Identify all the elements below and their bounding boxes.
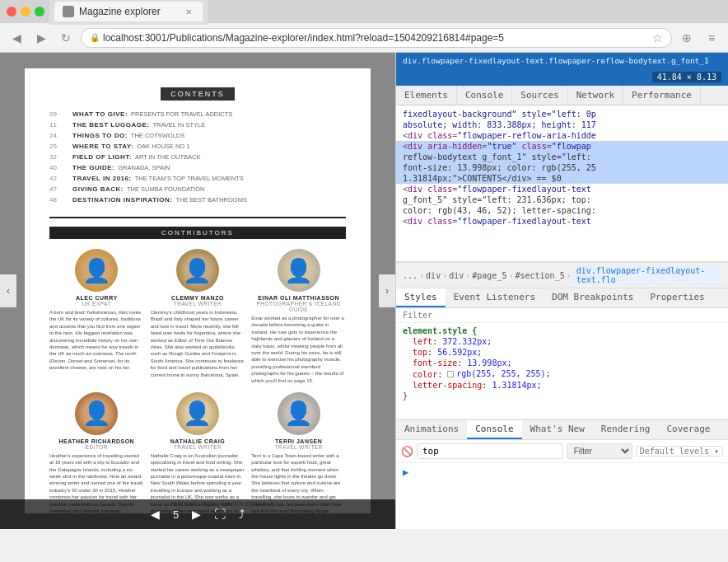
address-bar[interactable]: 🔒 localhost:3001/Publications/Magazine-e…: [81, 28, 672, 48]
tab-dom-breakpoints[interactable]: DOM Breakpoints: [544, 288, 642, 307]
console-arrow[interactable]: ▶: [403, 466, 408, 478]
style-val: 13.998px;: [467, 358, 511, 368]
forward-button[interactable]: ▶: [31, 28, 51, 48]
contributor-bio: Einar worked as a photographer for over …: [251, 315, 346, 384]
devtools-tabs: Elements Console Sources Network Perform…: [396, 86, 728, 105]
toc-item-3: 24 THINGS TO DO: THE COTSWOLDS: [49, 132, 346, 139]
next-page-button[interactable]: ›: [379, 274, 395, 307]
color-swatch-box[interactable]: [447, 371, 454, 377]
tab-animations[interactable]: Animations: [396, 420, 467, 439]
element-bar: div.flowpaper-fixedlayout-text.flowpaper…: [396, 53, 728, 86]
style-rule-top: top: 56.592px;: [403, 348, 721, 357]
back-button[interactable]: ◀: [7, 28, 26, 48]
console-filter-select[interactable]: Filter: [567, 443, 632, 459]
toc-item-4: 25 WHERE TO STAY: OAK HOUSE NO 1: [49, 143, 346, 150]
toc-title: DESTINATION INSPIRATION:: [72, 196, 172, 204]
style-val-color: rgb(255, 255, 255);: [447, 369, 550, 378]
tab-console[interactable]: Console: [457, 86, 512, 105]
browser-tab[interactable]: Magazine explorer ✕: [54, 2, 203, 21]
menu-button[interactable]: ≡: [702, 28, 721, 48]
filter-input[interactable]: [437, 311, 721, 320]
contributor-clemmy: CLEMMY MANZO TRAVEL WRITER Clemmy's chil…: [151, 249, 245, 384]
html-line-3: <div class="flowpaper-reflow-aria-hidde: [396, 130, 728, 141]
fullscreen-button[interactable]: ⛶: [214, 508, 226, 521]
prev-page-button[interactable]: ‹: [0, 274, 16, 307]
contributor-role: EDITOR: [49, 444, 144, 450]
contributor-role: TRAVEL WRITER: [151, 301, 245, 307]
style-pane: element.style { left: 372.332px; top: 56…: [396, 323, 728, 419]
toc-title: WHERE TO STAY:: [72, 143, 133, 150]
bc-div-1[interactable]: div: [426, 271, 441, 280]
bc-div-2[interactable]: div: [449, 271, 464, 280]
console-clear-icon[interactable]: 🚫: [401, 446, 413, 457]
tab-console-bottom[interactable]: Console: [467, 420, 521, 439]
style-prop: left: [413, 337, 432, 346]
tab-rendering[interactable]: Rendering: [593, 420, 659, 439]
toc-num: 32: [49, 153, 72, 161]
scroll-left-button[interactable]: ◀: [151, 508, 160, 521]
toc-item-7: 42 TRAVEL IN 2016: THE TEAM'S TOP TRAVEL…: [49, 175, 346, 182]
tab-close-button[interactable]: ✕: [183, 6, 194, 17]
contents-header: CONTENTS: [49, 85, 346, 101]
contributor-name: HEATHER RICHARDSON: [49, 438, 144, 444]
style-val: 372.332px;: [442, 337, 492, 346]
title-bar: Magazine explorer ✕: [0, 0, 728, 23]
extensions-button[interactable]: ⊕: [677, 28, 697, 48]
bc-active-element[interactable]: div.flowpaper-fixedlayout-text.flo: [573, 265, 721, 285]
contributor-photo-terri: [278, 392, 320, 435]
contributor-heather: HEATHER RICHARDSON EDITOR Heather's expe…: [49, 392, 144, 513]
contributor-name: NATHALIE CRAIG: [151, 438, 245, 444]
html-line-highlighted-3: font-size: 13.998px; color: rgb(255, 25: [396, 162, 728, 173]
contributor-photo-heather: [75, 392, 118, 435]
toc-title: THE GUIDE:: [72, 164, 114, 171]
page-indicator: 5: [173, 508, 179, 521]
element-path: div.flowpaper-fixedlayout-text.flowpaper…: [403, 56, 709, 65]
toc-num: 42: [49, 175, 72, 182]
tab-title: Magazine explorer: [79, 6, 161, 17]
toc-title: WHAT TO GIVE:: [72, 110, 128, 118]
style-selector: element.style {: [403, 326, 721, 335]
tab-performance[interactable]: Performance: [623, 86, 701, 105]
contributor-nathalie: NATHALIE CRAIG TRAVEL WRITER Nathalie Cr…: [151, 392, 245, 513]
tab-properties[interactable]: Properties: [642, 288, 712, 307]
close-button[interactable]: [7, 7, 16, 16]
toc-desc: GRANADA, SPAIN: [118, 164, 170, 171]
console-output: ▶: [396, 463, 728, 529]
tab-network[interactable]: Network: [568, 86, 623, 105]
bc-page5[interactable]: #page_5: [472, 271, 506, 280]
toc-num: 24: [49, 132, 72, 139]
scroll-right-button[interactable]: ▶: [192, 508, 201, 521]
share-button[interactable]: ⤴: [239, 508, 245, 521]
browser-chrome: Magazine explorer ✕ ◀ ▶ ↻ 🔒 localhost:30…: [0, 0, 728, 53]
console-default-levels[interactable]: Default levels ▾: [636, 446, 723, 457]
toc-desc: OAK HOUSE NO 1: [137, 143, 189, 150]
bc-section5[interactable]: #section_5: [515, 271, 564, 280]
toc-item-1: 09 WHAT TO GIVE: PRESENTS FOR TRAVEL ADD…: [49, 110, 346, 118]
contributors-grid-row2: HEATHER RICHARDSON EDITOR Heather's expe…: [49, 392, 346, 513]
tab-coverage[interactable]: Coverage: [658, 420, 718, 439]
style-val: 1.31814px;: [492, 381, 541, 390]
tab-event-listeners[interactable]: Event Listeners: [446, 288, 544, 307]
contributor-photo-clemmy: [176, 249, 219, 292]
contributor-photo-alec: [75, 249, 118, 292]
tab-styles[interactable]: Styles: [396, 288, 446, 307]
minimize-button[interactable]: [21, 7, 30, 16]
tab-sources[interactable]: Sources: [512, 86, 567, 105]
tab-elements[interactable]: Elements: [396, 86, 457, 105]
refresh-button[interactable]: ↻: [56, 28, 76, 48]
contributor-bio: Clemmy's childhood years in Indonesia, B…: [151, 309, 245, 378]
toc-title: THINGS TO DO:: [72, 132, 128, 139]
style-rule-left: left: 372.332px;: [403, 337, 721, 346]
contributor-photo-nathalie: [176, 392, 219, 435]
magazine-panel: CONTENTS 09 WHAT TO GIVE: PRESENTS FOR T…: [0, 53, 395, 529]
maximize-button[interactable]: [35, 7, 44, 16]
bc-ellipsis[interactable]: ...: [403, 271, 418, 280]
contributor-alec: ALEC CURRY UK EXPAT A born and bred York…: [49, 249, 144, 384]
tab-whats-new[interactable]: What's New: [522, 420, 593, 439]
styles-tabs: Styles Event Listeners DOM Breakpoints P…: [396, 288, 728, 308]
html-pane[interactable]: fixedlayout-background" style="left: 0p …: [396, 105, 728, 262]
console-input[interactable]: [417, 443, 563, 459]
bookmark-icon[interactable]: ☆: [652, 31, 663, 44]
contributor-terri: TERRI JANSEN TRAVEL WRITER Terri is a Ca…: [251, 392, 346, 513]
toc-desc: PRESENTS FOR TRAVEL ADDICTS: [131, 110, 232, 118]
